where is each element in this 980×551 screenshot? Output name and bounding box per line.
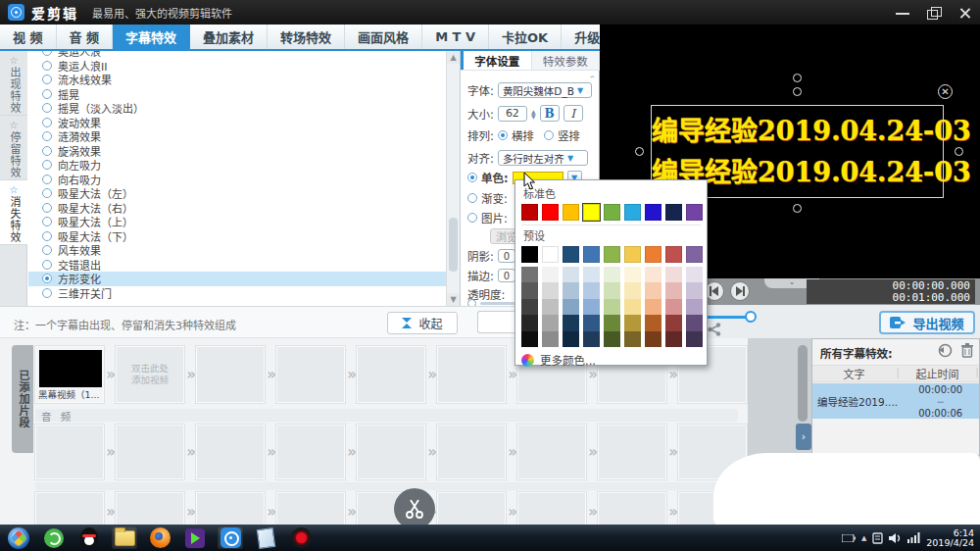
timeline-slot[interactable] xyxy=(35,425,104,479)
taskbar-media-player[interactable] xyxy=(182,526,208,549)
timeline-slot[interactable] xyxy=(598,492,666,525)
timeline-slot[interactable] xyxy=(357,346,425,403)
stroke-input[interactable]: 0 xyxy=(498,269,515,282)
more-colors-button[interactable]: 更多颜色... xyxy=(521,352,701,368)
trash-icon[interactable] xyxy=(961,343,973,358)
color-swatch[interactable] xyxy=(686,246,703,263)
bottom-handle[interactable] xyxy=(793,204,802,213)
effect-item[interactable]: 向右吸力 xyxy=(28,173,446,187)
color-swatch[interactable] xyxy=(686,204,703,221)
color-swatch[interactable] xyxy=(542,282,559,299)
scrollbar-thumb[interactable] xyxy=(449,218,458,272)
scroll-down-icon[interactable]: ▼ xyxy=(447,293,460,306)
timeline-slot[interactable] xyxy=(196,492,265,525)
vertical-radio[interactable] xyxy=(544,130,554,140)
delete-subtitle-icon[interactable]: ✕ xyxy=(938,84,953,99)
color-swatch[interactable] xyxy=(624,282,641,299)
color-swatch[interactable] xyxy=(542,299,559,316)
clip-thumbnail[interactable] xyxy=(39,350,102,387)
color-swatch[interactable] xyxy=(604,267,620,283)
color-swatch[interactable] xyxy=(665,267,682,283)
color-swatch[interactable] xyxy=(624,204,641,221)
top-handle[interactable] xyxy=(793,87,802,96)
color-swatch[interactable] xyxy=(583,315,600,331)
color-swatch[interactable] xyxy=(521,204,538,221)
taskbar-browser-360[interactable] xyxy=(41,526,67,549)
color-swatch[interactable] xyxy=(665,299,682,316)
effect-item[interactable]: 奥运人浪II xyxy=(28,59,446,74)
added-clips-tab[interactable]: 已添加片段 xyxy=(12,345,33,453)
color-swatch[interactable] xyxy=(645,282,662,299)
size-input[interactable]: 62 xyxy=(498,106,527,122)
timeline-slot[interactable] xyxy=(437,425,506,479)
menu-tab[interactable]: 画面风格 xyxy=(345,25,422,49)
effect-item[interactable]: 吸星大法（右） xyxy=(28,201,446,216)
menu-tab[interactable]: 音 频 xyxy=(57,25,114,49)
timeline-slot[interactable] xyxy=(116,425,184,479)
next-frame-button[interactable] xyxy=(730,281,750,301)
color-swatch[interactable] xyxy=(624,315,641,331)
tab-effect-params[interactable]: 特效参数 xyxy=(532,51,601,70)
color-swatch[interactable] xyxy=(686,282,703,299)
color-swatch[interactable] xyxy=(645,315,662,331)
color-swatch[interactable] xyxy=(604,282,620,299)
color-swatch[interactable] xyxy=(563,299,579,316)
scroll-up-icon[interactable]: ▲ xyxy=(447,51,460,64)
effect-item[interactable]: 吸星大法（下） xyxy=(28,229,446,244)
color-swatch[interactable] xyxy=(521,331,538,348)
effect-item[interactable]: 摇晃 xyxy=(28,87,446,102)
color-swatch[interactable] xyxy=(542,204,559,221)
menu-tab[interactable]: M T V xyxy=(422,25,489,49)
minimize-button[interactable] xyxy=(896,7,909,19)
right-handle[interactable] xyxy=(955,147,963,156)
color-swatch[interactable] xyxy=(665,315,682,331)
tab-font-settings[interactable]: 字体设置 xyxy=(461,51,532,70)
scissors-button[interactable] xyxy=(394,488,435,525)
effect-item[interactable]: 吸星大法（上） xyxy=(28,215,446,229)
color-swatch[interactable] xyxy=(645,204,662,221)
color-swatch[interactable] xyxy=(521,299,538,316)
menu-tab[interactable]: 视 频 xyxy=(0,25,57,49)
color-swatch[interactable] xyxy=(583,299,600,316)
gradient-radio[interactable] xyxy=(467,193,477,203)
color-swatch[interactable] xyxy=(563,204,579,221)
timeline-slot[interactable] xyxy=(276,425,345,479)
tray-expand-icon[interactable]: ▲ xyxy=(861,534,866,542)
image-radio[interactable] xyxy=(467,213,477,223)
timeline-slot[interactable] xyxy=(276,346,345,403)
italic-button[interactable]: I xyxy=(564,105,583,122)
timeline-slot[interactable] xyxy=(437,492,506,525)
color-swatch[interactable] xyxy=(645,246,662,263)
effect-item[interactable]: 旋涡效果 xyxy=(28,144,446,159)
menu-tab[interactable]: 卡拉OK xyxy=(489,25,562,49)
taskbar-recorder[interactable] xyxy=(288,526,314,549)
speaker-icon[interactable] xyxy=(889,532,902,544)
color-swatch[interactable] xyxy=(583,331,600,348)
horizontal-radio[interactable] xyxy=(498,130,508,140)
color-swatch[interactable] xyxy=(563,315,579,331)
color-swatch[interactable] xyxy=(645,267,662,283)
tray-app-icon[interactable] xyxy=(872,532,883,544)
subtitle-row[interactable]: 编导经验2019.... 00:00:00 — 00:00:06 xyxy=(812,383,979,419)
column-text[interactable]: 文字 xyxy=(812,366,896,381)
taskbar-aijianji[interactable] xyxy=(218,526,243,549)
bold-button[interactable]: B xyxy=(540,105,560,122)
color-swatch[interactable] xyxy=(542,267,559,283)
color-swatch[interactable] xyxy=(563,267,579,283)
collapse-button[interactable]: 收起 xyxy=(387,312,458,334)
volume-slider-knob[interactable] xyxy=(745,311,757,323)
solid-radio[interactable] xyxy=(467,173,477,182)
export-video-button[interactable]: 导出视频 xyxy=(879,311,975,334)
timeline-slot[interactable] xyxy=(116,492,184,525)
effect-stage-tab[interactable]: ☆ 消失特效 xyxy=(0,180,27,245)
effect-item[interactable]: 向左吸力 xyxy=(28,158,446,173)
taskbar-notepad[interactable] xyxy=(253,526,278,549)
restore-button[interactable] xyxy=(927,7,941,19)
effect-item[interactable]: 方形变化 xyxy=(28,272,446,286)
share-icon[interactable] xyxy=(708,323,721,336)
add-video-placeholder[interactable]: 双击此处添加视频 xyxy=(117,363,183,386)
taskbar-firefox[interactable] xyxy=(147,526,172,549)
timeline-slot[interactable] xyxy=(196,346,265,403)
right-scrollbar-thumb[interactable] xyxy=(798,345,808,422)
effect-list-scrollbar[interactable]: ▲ ▼ xyxy=(446,51,460,306)
